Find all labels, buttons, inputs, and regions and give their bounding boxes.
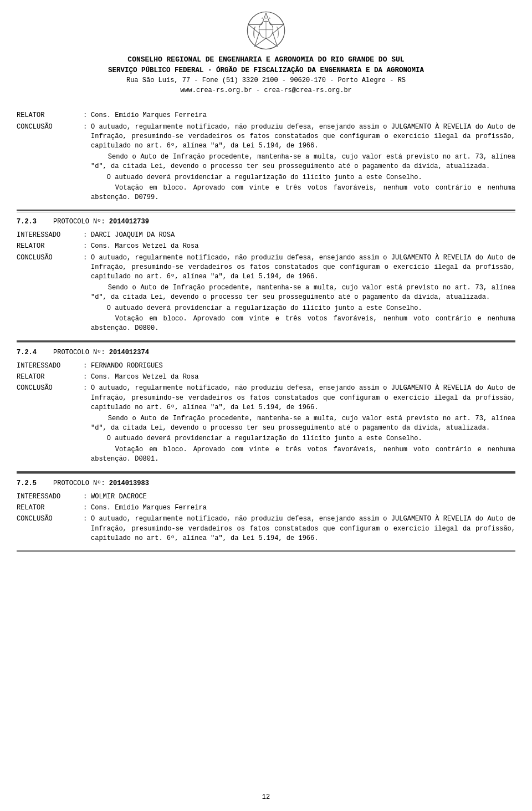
conclusao-row-7-2-4: CONCLUSÃO : O autuado, regularmente noti…: [17, 384, 515, 465]
protocolo-row-7-2-3: PROTOCOLO Nº: 2014012739: [53, 218, 149, 229]
conclusao-row-7-2-5: CONCLUSÃO : O autuado, regularmente noti…: [17, 514, 515, 544]
section-header-7-2-5: 7.2.5 PROTOCOLO Nº: 2014013983: [17, 480, 515, 491]
protocolo-row-7-2-5: PROTOCOLO Nº: 2014013983: [53, 480, 149, 491]
section-number-7-2-5: 7.2.5: [17, 480, 37, 487]
relator-label-7-2-4: RELATOR: [17, 373, 83, 382]
section-7-2-4: 7.2.4 PROTOCOLO Nº: 2014012374 INTERESSA…: [17, 341, 515, 472]
section-7-2-3: 7.2.3 PROTOCOLO Nº: 2014012739 INTERESSA…: [17, 211, 515, 341]
relator-row-7-2-5: RELATOR : Cons. Emidio Marques Ferreira: [17, 503, 515, 513]
conclusao-row-7-2-3: CONCLUSÃO : O autuado, regularmente noti…: [17, 253, 515, 335]
relator-row-7-2-4: RELATOR : Cons. Marcos Wetzel da Rosa: [17, 373, 515, 382]
interessado-label-7-2-5: INTERESSADO: [17, 492, 83, 502]
conclusao-label-7-2-4: CONCLUSÃO: [17, 384, 83, 465]
conclusao-label-0: CONCLUSÃO: [17, 123, 83, 204]
section-number-7-2-3: 7.2.3: [17, 218, 37, 226]
conclusao-text-7-2-4: O autuado, regularmente notificado, não …: [91, 384, 515, 465]
relator-value-7-2-3: Cons. Marcos Wetzel da Rosa: [91, 242, 515, 251]
relator-value-7-2-5: Cons. Emidio Marques Ferreira: [91, 503, 515, 513]
conclusao-label-7-2-5: CONCLUSÃO: [17, 514, 83, 544]
relator-value-7-2-4: Cons. Marcos Wetzel da Rosa: [91, 373, 515, 382]
relator-label-7-2-5: RELATOR: [17, 503, 83, 513]
section-7-2-5: 7.2.5 PROTOCOLO Nº: 2014013983 INTERESSA…: [17, 472, 515, 552]
interessado-row-7-2-3: INTERESSADO : DARCI JOAQUIM DA ROSA: [17, 231, 515, 240]
logo-icon: ★ ★ ★: [247, 11, 285, 50]
interessado-row-7-2-4: INTERESSADO : FERNANDO RODRIGUES: [17, 361, 515, 371]
conclusao-text-7-2-3: O autuado, regularmente notificado, não …: [91, 253, 515, 335]
relator-row-0: RELATOR : Cons. Emidio Marques Ferreira: [17, 111, 515, 120]
interessado-value-7-2-4: FERNANDO RODRIGUES: [91, 361, 515, 371]
relator-label-7-2-3: RELATOR: [17, 242, 83, 251]
section-header-7-2-4: 7.2.4 PROTOCOLO Nº: 2014012374: [17, 349, 515, 360]
conclusao-label-7-2-3: CONCLUSÃO: [17, 253, 83, 335]
relator-value-0: Cons. Emidio Marques Ferreira: [91, 111, 515, 120]
conclusao-text-7-2-5: O autuado, regularmente notificado, não …: [91, 514, 515, 544]
interessado-label-7-2-3: INTERESSADO: [17, 231, 83, 240]
section-number-7-2-4: 7.2.4: [17, 349, 37, 356]
page: ★ ★ ★ CONSELHO REGIONAL DE ENGENHARIA E …: [0, 0, 532, 811]
interessado-row-7-2-5: INTERESSADO : WOLMIR DACROCE: [17, 492, 515, 502]
relator-row-7-2-3: RELATOR : Cons. Marcos Wetzel da Rosa: [17, 242, 515, 251]
protocolo-row-7-2-4: PROTOCOLO Nº: 2014012374: [53, 349, 149, 360]
section-0: RELATOR : Cons. Emidio Marques Ferreira …: [17, 105, 515, 211]
interessado-label-7-2-4: INTERESSADO: [17, 361, 83, 371]
org-title-line1: CONSELHO REGIONAL DE ENGENHARIA E AGRONO…: [17, 54, 515, 65]
page-number: 12: [262, 793, 270, 801]
interessado-value-7-2-5: WOLMIR DACROCE: [91, 492, 515, 502]
org-address: Rua São Luís, 77 - Fone (51) 3320 2100 -…: [17, 75, 515, 85]
org-title-line2: SERVIÇO PÚBLICO FEDERAL - ÓRGÃO DE FISCA…: [17, 65, 515, 76]
conclusao-text-0: O autuado, regularmente notificado, não …: [91, 123, 515, 204]
page-footer: 12: [0, 793, 532, 801]
interessado-value-7-2-3: DARCI JOAQUIM DA ROSA: [91, 231, 515, 240]
svg-text:★ ★ ★: ★ ★ ★: [262, 16, 271, 20]
org-website: www.crea-rs.org.br - crea-rs@crea-rs.org…: [17, 85, 515, 95]
header: ★ ★ ★ CONSELHO REGIONAL DE ENGENHARIA E …: [17, 11, 515, 95]
conclusao-row-0: CONCLUSÃO : O autuado, regularmente noti…: [17, 123, 515, 204]
relator-label-0: RELATOR: [17, 111, 83, 120]
section-header-7-2-3: 7.2.3 PROTOCOLO Nº: 2014012739: [17, 218, 515, 229]
